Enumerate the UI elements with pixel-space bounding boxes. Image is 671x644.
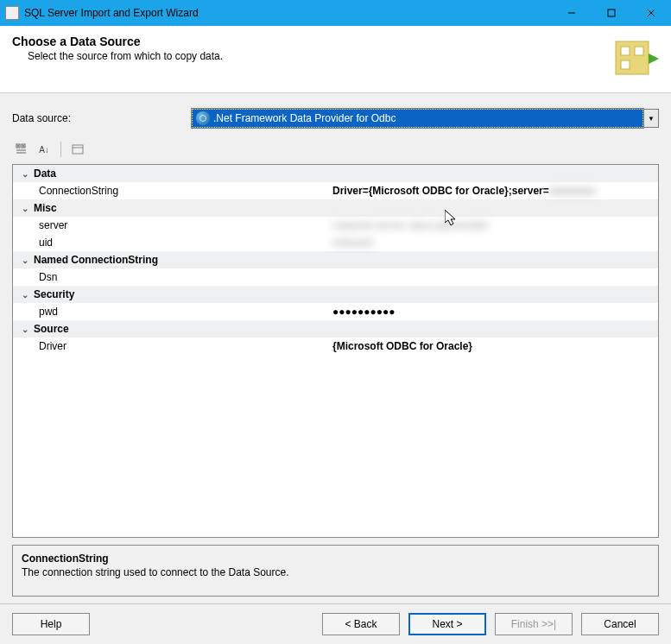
- property-row[interactable]: pwd●●●●●●●●●●: [13, 303, 658, 320]
- chevron-down-icon[interactable]: ⌄: [22, 204, 34, 213]
- property-row[interactable]: Dsn: [13, 268, 658, 286]
- property-description-panel: ConnectionString The connection string u…: [12, 545, 659, 597]
- globe-icon: [196, 111, 210, 125]
- close-icon: [647, 9, 655, 17]
- svg-rect-5: [621, 47, 630, 55]
- wizard-header-icon: [611, 35, 659, 83]
- wizard-header: Choose a Data Source Select the source f…: [0, 26, 671, 93]
- property-value[interactable]: {Microsoft ODBC for Oracle}: [332, 340, 658, 352]
- back-button[interactable]: < Back: [322, 613, 400, 635]
- sort-az-icon: A↓: [39, 145, 49, 155]
- categorized-button[interactable]: [12, 140, 31, 159]
- chevron-down-icon[interactable]: ⌄: [22, 290, 34, 300]
- chevron-down-icon[interactable]: ⌄: [22, 256, 34, 265]
- property-name: pwd: [39, 306, 332, 318]
- chevron-down-icon: ▼: [648, 115, 655, 123]
- data-source-dropdown-button[interactable]: ▼: [643, 109, 659, 128]
- svg-rect-1: [608, 9, 615, 16]
- category-row[interactable]: ⌄Data: [13, 165, 658, 182]
- property-name: ConnectionString: [39, 185, 332, 197]
- window-title: SQL Server Import and Export Wizard: [24, 7, 552, 19]
- property-name: uid: [39, 237, 332, 249]
- property-name: Dsn: [39, 271, 332, 283]
- minimize-button[interactable]: [552, 0, 592, 26]
- category-name: Misc: [34, 202, 57, 214]
- category-row[interactable]: ⌄Source: [13, 320, 658, 338]
- window-body: Choose a Data Source Select the source f…: [0, 26, 671, 644]
- property-value[interactable]: ●●●●●●●●●●: [332, 306, 658, 318]
- property-value[interactable]: redacted: [332, 237, 658, 249]
- property-row[interactable]: uidredacted: [13, 234, 658, 251]
- property-grid: ⌄DataConnectionStringDriver={Microsoft O…: [12, 164, 659, 538]
- property-value[interactable]: Driver={Microsoft ODBC for Oracle};serve…: [332, 185, 658, 197]
- alphabetical-button[interactable]: A↓: [35, 140, 54, 159]
- close-button[interactable]: [631, 0, 671, 26]
- category-row[interactable]: ⌄Security: [13, 286, 658, 303]
- category-name: Security: [34, 288, 74, 300]
- property-description-title: ConnectionString: [22, 552, 649, 565]
- maximize-button[interactable]: [592, 0, 631, 26]
- finish-button: Finish >>|: [495, 613, 573, 635]
- svg-rect-17: [73, 145, 83, 154]
- data-source-select[interactable]: .Net Framework Data Provider for Odbc: [192, 109, 643, 128]
- data-source-selected: .Net Framework Data Provider for Odbc: [213, 112, 396, 124]
- svg-rect-7: [621, 60, 630, 69]
- chevron-down-icon[interactable]: ⌄: [22, 169, 34, 179]
- property-grid-rows[interactable]: ⌄DataConnectionStringDriver={Microsoft O…: [13, 165, 658, 355]
- maximize-icon: [607, 9, 616, 17]
- chevron-down-icon[interactable]: ⌄: [22, 325, 34, 334]
- categorized-icon: [16, 143, 28, 155]
- property-grid-toolbar: A↓: [0, 138, 671, 161]
- svg-marker-8: [649, 54, 659, 64]
- data-source-label: Data source:: [12, 112, 185, 124]
- wizard-footer: Help < Back Next > Finish >>| Cancel: [0, 603, 671, 644]
- data-source-select-wrap: .Net Framework Data Provider for Odbc ▼: [192, 109, 659, 128]
- page-subtitle: Select the source from which to copy dat…: [28, 50, 659, 62]
- property-value[interactable]: redacted server value placeholder: [332, 219, 658, 231]
- property-pages-button[interactable]: [68, 140, 87, 159]
- property-pages-icon: [72, 143, 84, 155]
- toolbar-separator: [60, 142, 61, 157]
- svg-rect-6: [635, 47, 643, 55]
- window-controls: [552, 0, 671, 26]
- data-source-row: Data source: .Net Framework Data Provide…: [0, 93, 671, 138]
- cancel-button[interactable]: Cancel: [581, 613, 659, 635]
- app-icon: [5, 6, 19, 20]
- category-row[interactable]: ⌄Named ConnectionString: [13, 251, 658, 268]
- property-row[interactable]: Driver{Microsoft ODBC for Oracle}: [13, 338, 658, 355]
- property-row[interactable]: serverredacted server value placeholder: [13, 217, 658, 234]
- help-button[interactable]: Help: [12, 613, 90, 635]
- category-name: Data: [34, 167, 56, 180]
- property-name: Driver: [39, 340, 332, 352]
- next-button[interactable]: Next >: [408, 613, 486, 635]
- property-row[interactable]: ConnectionStringDriver={Microsoft ODBC f…: [13, 182, 658, 199]
- page-title: Choose a Data Source: [12, 35, 659, 48]
- property-name: server: [39, 219, 332, 231]
- minimize-icon: [567, 9, 576, 17]
- category-row[interactable]: ⌄Misc: [13, 199, 658, 217]
- category-name: Source: [34, 323, 69, 335]
- category-name: Named ConnectionString: [34, 254, 158, 266]
- titlebar: SQL Server Import and Export Wizard: [0, 0, 671, 26]
- property-description-text: The connection string used to connect to…: [22, 566, 649, 578]
